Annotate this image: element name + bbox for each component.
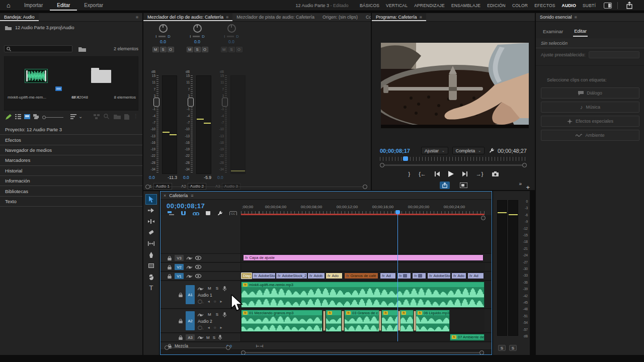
mute-button[interactable]: M [208, 312, 211, 317]
stacked-panel-marcadores[interactable]: Marcadores [0, 155, 142, 165]
slip-tool[interactable] [145, 238, 157, 249]
timeline-timecode[interactable]: 00;00;08;17 [167, 202, 205, 210]
bin-item-name[interactable]: SFX [71, 95, 79, 100]
panel-menu-icon[interactable]: ≡ [226, 15, 228, 20]
scroll-handle[interactable] [145, 185, 150, 189]
menu-importar[interactable]: Importar [17, 0, 50, 11]
track-name[interactable]: Audio 1 [198, 293, 226, 298]
mute-button[interactable]: M [187, 47, 193, 52]
record-button[interactable]: O [202, 47, 208, 52]
sync-lock-icon[interactable] [198, 335, 203, 339]
level-value[interactable]: -5.9 [204, 175, 211, 180]
share-icon[interactable] [626, 2, 633, 9]
menu-editar[interactable]: Editar [50, 0, 77, 11]
tab-controle[interactable]: Controle [362, 13, 371, 21]
add-keyframe-icon[interactable]: ○ [214, 325, 216, 330]
track-select-forward-tool[interactable] [145, 205, 157, 216]
sync-lock-icon[interactable] [187, 256, 192, 260]
tab-editar[interactable]: Editar [573, 26, 588, 37]
tab-examinar[interactable]: Examinar [542, 27, 564, 36]
clip-ad[interactable]: fxAd [380, 273, 396, 279]
lock-icon[interactable] [179, 319, 183, 323]
stacked-panel-bibliotecas[interactable]: Bibliotecas [0, 186, 142, 196]
clip-adobesto[interactable]: fxAdobeSto [252, 273, 276, 279]
workspace-subtí[interactable]: SUBTÍ [583, 3, 596, 8]
track-name[interactable]: Audio 2 [198, 319, 226, 324]
next-keyframe-icon[interactable]: ▸ [220, 299, 222, 304]
workspace-aprendizaje[interactable]: APRENDIZAJE [414, 3, 445, 8]
timeline-ruler[interactable]: ;00;0000;00;04;0000;00;08;0000;00;12;000… [241, 204, 485, 214]
pan-knob[interactable] [227, 24, 236, 33]
solo-button[interactable]: S [216, 312, 218, 317]
stacked-panel-historial[interactable]: Historial [0, 166, 142, 176]
list-view-icon[interactable] [15, 114, 21, 119]
workspace-panel-icon[interactable] [604, 3, 612, 9]
program-current-timecode[interactable]: 00;00;08;17 [380, 148, 410, 154]
audio-clip-03-granos-de-c[interactable]: fx03 Granos de c [344, 310, 379, 332]
solo-right-button[interactable]: S [509, 345, 517, 351]
record-button[interactable]: O [236, 47, 243, 52]
workspace-color[interactable]: COLOR [512, 3, 528, 8]
icon-view-icon[interactable] [24, 114, 30, 119]
fader-handle[interactable] [222, 98, 228, 107]
preset-dropdown[interactable] [589, 51, 639, 58]
add-button[interactable]: + [526, 184, 530, 190]
pan-value[interactable]: 0.0 [149, 175, 155, 180]
bin-item-name[interactable]: mixkit-uplift-me-rem... [8, 95, 46, 100]
track-target-a1[interactable]: A1 [186, 285, 195, 304]
fader-handle[interactable] [188, 98, 194, 107]
audio-crossfade-transition[interactable] [323, 311, 326, 331]
stacked-panel-efectos[interactable]: Efectos [0, 135, 142, 145]
workspace-edición[interactable]: EDICIÓN [487, 3, 506, 8]
scroll-handle[interactable] [241, 350, 246, 355]
bin-up-icon[interactable] [5, 25, 12, 30]
lock-icon[interactable] [168, 274, 172, 279]
audio-clip-07-ambiente-del[interactable]: fx07 Ambiente del [450, 334, 485, 341]
solo-button[interactable]: S [228, 47, 235, 52]
pen-tool[interactable] [145, 249, 157, 260]
clip-adobestock-2[interactable]: fxAdobeStock_2 [276, 273, 307, 279]
record-button[interactable]: O [168, 47, 174, 52]
solo-button[interactable]: S [160, 47, 167, 52]
program-playhead[interactable] [403, 156, 408, 161]
fit-dropdown[interactable]: Ajustar⌄ [421, 147, 448, 154]
menu-exportar[interactable]: Exportar [77, 0, 110, 11]
tab-mezclador-del-clip-de-audio-ca[interactable]: Mezclador del clip de audio: Cafetería≡ [143, 13, 232, 21]
solo-button[interactable]: S [216, 286, 218, 291]
selection-tool[interactable] [145, 194, 157, 205]
audio-crossfade-transition[interactable] [379, 311, 381, 331]
clip-ado[interactable]: fxAdo [451, 273, 466, 279]
scroll-handle[interactable] [380, 163, 384, 167]
step-forward-icon[interactable] [462, 171, 467, 176]
panel-menu-icon[interactable]: ≡ [191, 193, 193, 198]
clip-ad[interactable]: fxAd [467, 273, 484, 279]
sort-icon[interactable] [70, 114, 76, 119]
mic-icon[interactable] [218, 335, 222, 340]
track-target-v1[interactable]: V1 [175, 273, 184, 279]
track-target-a3[interactable]: A3 [186, 334, 195, 340]
tag-button-musica[interactable]: ♪Música [541, 102, 639, 113]
pan-value[interactable]: 0.0 [217, 175, 223, 180]
rectangle-tool[interactable] [145, 260, 157, 271]
comparison-view-icon[interactable] [460, 183, 467, 188]
tag-button-dialogo[interactable]: Diálogo [541, 87, 639, 99]
audio-crossfade-transition[interactable] [414, 311, 416, 331]
fit-sequence-icon[interactable]: ⊢⊣ [256, 344, 263, 348]
scroll-handle[interactable] [165, 345, 169, 350]
clip-granos-de-caf-[interactable]: fxGranos de café [344, 273, 378, 279]
scroll-handle[interactable] [363, 185, 367, 189]
stacked-panel-proyecto-12-audio-parte-3[interactable]: Proyecto: 12 Audio Parte 3 [0, 125, 142, 135]
playhead[interactable] [397, 212, 398, 341]
clip-video[interactable]: fx [412, 273, 426, 279]
pan-knob[interactable] [159, 24, 168, 33]
button-editor-overflow[interactable]: » [519, 181, 522, 187]
go-to-out-icon[interactable]: →} [476, 171, 484, 177]
workspace-básicos[interactable]: BÁSICOS [360, 3, 379, 8]
solo-button[interactable]: S [213, 335, 215, 340]
clip-adob[interactable]: fxAdob [307, 273, 325, 279]
track-height-scrollbar[interactable] [168, 347, 229, 348]
timeline-h-scrollbar[interactable] [244, 352, 480, 353]
track-target-v2[interactable]: V2 [175, 264, 184, 270]
eye-icon[interactable] [195, 265, 201, 269]
quality-dropdown[interactable]: Completa⌄ [452, 147, 485, 154]
